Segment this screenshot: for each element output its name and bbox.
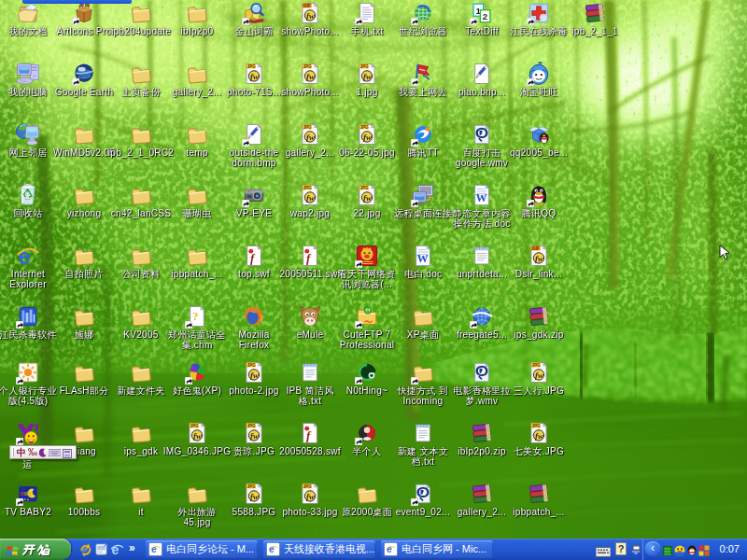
svg-text:e: e	[111, 542, 119, 556]
